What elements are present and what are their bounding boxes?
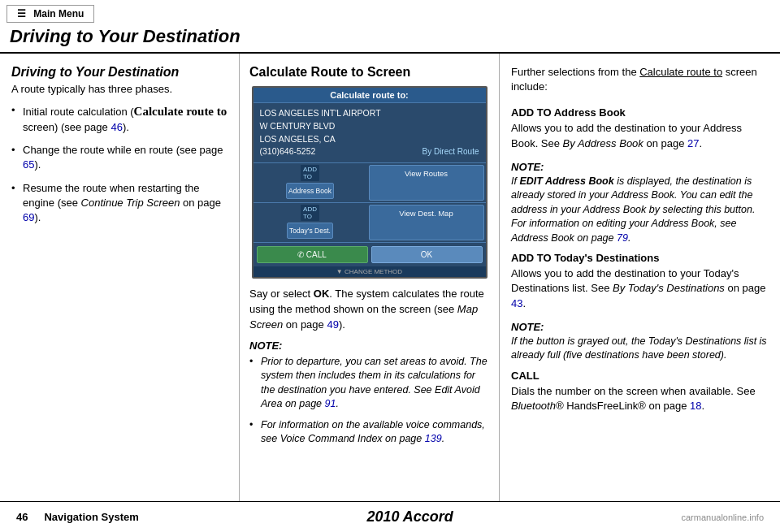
note-text-2: If the button is grayed out, the Today's… bbox=[511, 335, 769, 363]
page-link-65[interactable]: 65 bbox=[23, 158, 34, 171]
page-link-18[interactable]: 18 bbox=[690, 400, 701, 412]
screen-button-row-1: ADDTO Address Book View Routes bbox=[254, 162, 486, 202]
note-heading: NOTE: bbox=[249, 340, 489, 352]
route-type: By Direct Route bbox=[422, 145, 479, 158]
menu-icon: ☰ bbox=[17, 8, 26, 19]
section-add-address-book: ADD TO Address Book Allows you to add th… bbox=[511, 106, 769, 150]
page-link-79[interactable]: 79 bbox=[617, 232, 628, 244]
list-item: Resume the route when restarting the eng… bbox=[11, 181, 228, 226]
call-btn[interactable]: ✆ CALL bbox=[257, 246, 368, 263]
nav-system-label: Navigation System bbox=[44, 511, 138, 523]
view-routes-btn[interactable]: View Routes bbox=[369, 165, 484, 201]
page-link-27[interactable]: 27 bbox=[687, 137, 699, 149]
mid-body: Say or select OK. The system calculates … bbox=[249, 287, 489, 333]
page-link-139[interactable]: 139 bbox=[425, 433, 442, 444]
right-intro: Further selections from the Calculate ro… bbox=[511, 65, 769, 94]
view-dest-map-btn[interactable]: View Dest. Map bbox=[369, 205, 484, 240]
note-list: Prior to departure, you can set areas to… bbox=[249, 355, 489, 447]
page-title-bar: Driving to Your Destination bbox=[0, 23, 780, 54]
footer-left: 46 Navigation System bbox=[16, 511, 139, 523]
note-box-2: NOTE: If the button is grayed out, the T… bbox=[511, 321, 769, 363]
page-link-49[interactable]: 49 bbox=[327, 318, 338, 331]
list-item: Initial route calculation (Calculate rou… bbox=[11, 103, 228, 135]
note-label-2: NOTE: bbox=[511, 321, 769, 333]
section-body-add-todays-dest: Allows you to add the destination to you… bbox=[511, 266, 769, 311]
bullet-list: Initial route calculation (Calculate rou… bbox=[11, 103, 228, 225]
main-menu-label: Main Menu bbox=[33, 8, 84, 19]
section-body-add-address-book: Allows you to add the destination to you… bbox=[511, 121, 769, 150]
main-menu-button[interactable]: ☰ Main Menu bbox=[6, 5, 94, 23]
section-add-todays-dest: ADD TO Today's Destinations Allows you t… bbox=[511, 252, 769, 311]
address-book-btn[interactable]: Address Book bbox=[286, 183, 334, 199]
page-link-43[interactable]: 43 bbox=[511, 297, 522, 309]
todays-dest-btn[interactable]: Today's Dest. bbox=[287, 223, 333, 239]
footer-watermark: carmanualonline.info bbox=[681, 513, 764, 522]
footer-center: 2010 Accord bbox=[366, 508, 453, 526]
main-content: Driving to Your Destination A route typi… bbox=[0, 54, 780, 521]
page-number: 46 bbox=[16, 511, 28, 523]
page-link-91[interactable]: 91 bbox=[325, 398, 336, 409]
address-line-1: LOS ANGELES INT'L AIRPORT bbox=[260, 107, 479, 120]
section-title-call: CALL bbox=[511, 370, 769, 382]
note-text-1: If EDIT Address Book is displayed, the d… bbox=[511, 175, 769, 246]
list-item: Change the route while en route (see pag… bbox=[11, 143, 228, 172]
note-item-2: For information on the available voice c… bbox=[249, 418, 489, 447]
ok-btn[interactable]: OK bbox=[371, 246, 483, 263]
section-title-add-todays-dest: ADD TO Today's Destinations bbox=[511, 252, 769, 264]
mid-heading: Calculate Route to Screen bbox=[249, 65, 489, 80]
footer: 46 Navigation System 2010 Accord carmanu… bbox=[0, 501, 780, 532]
phone-number: (310)646-5252 bbox=[260, 145, 316, 158]
nav-screen: Calculate route to: LOS ANGELES INT'L AI… bbox=[252, 86, 488, 279]
page-link-69[interactable]: 69 bbox=[23, 211, 34, 223]
mid-column: Calculate Route to Screen Calculate rout… bbox=[240, 54, 500, 521]
left-heading: Driving to Your Destination bbox=[11, 65, 228, 80]
screen-button-row-2: ADDTO Today's Dest. View Dest. Map bbox=[254, 202, 486, 242]
note-item-1: Prior to departure, you can set areas to… bbox=[249, 355, 489, 412]
section-call: CALL Dials the number on the screen when… bbox=[511, 370, 769, 413]
section-body-call: Dials the number on the screen when avai… bbox=[511, 384, 769, 413]
left-column: Driving to Your Destination A route typi… bbox=[0, 54, 240, 521]
screen-title: Calculate route to: bbox=[254, 88, 486, 103]
note-label-1: NOTE: bbox=[511, 161, 769, 173]
right-column: Further selections from the Calculate ro… bbox=[500, 54, 780, 521]
change-method-btn[interactable]: ▼ CHANGE METHOD bbox=[254, 266, 486, 277]
page-link-46[interactable]: 46 bbox=[110, 121, 122, 133]
section-title-add-address-book: ADD TO Address Book bbox=[511, 106, 769, 119]
address-block: LOS ANGELES INT'L AIRPORT W CENTURY BLVD… bbox=[254, 103, 486, 162]
address-line-2: W CENTURY BLVD bbox=[260, 120, 479, 133]
screen-bottom-row: ✆ CALL OK bbox=[254, 242, 486, 266]
left-intro: A route typically has three phases. bbox=[11, 83, 228, 95]
note-box-1: NOTE: If EDIT Address Book is displayed,… bbox=[511, 161, 769, 246]
page-title: Driving to Your Destination bbox=[10, 26, 770, 47]
address-line-3: LOS ANGELES, CA bbox=[260, 133, 479, 146]
